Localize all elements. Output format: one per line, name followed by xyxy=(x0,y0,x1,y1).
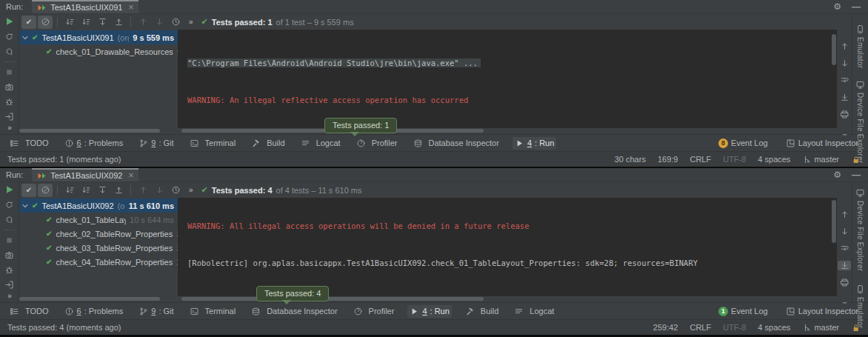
show-passed-toggle[interactable]: ✔ xyxy=(21,16,36,29)
test-tree-item[interactable]: ✔ check_01_TableLayout_Properties 10 s 6… xyxy=(19,213,178,227)
more-actions-icon[interactable]: » xyxy=(189,186,193,194)
profile-tests-icon[interactable] xyxy=(4,265,14,275)
toolwindow-build[interactable]: Build xyxy=(249,137,287,150)
test-tree-item[interactable]: ✔ check_03_TableRow_Properties 344 ms xyxy=(19,241,178,255)
sort-alphabetically-icon[interactable] xyxy=(62,16,77,29)
screenshot-icon[interactable] xyxy=(4,82,14,92)
expand-all-icon[interactable] xyxy=(95,16,110,29)
indent-setting[interactable]: 4 spaces xyxy=(758,155,790,164)
run-button[interactable] xyxy=(4,16,15,27)
soft-wrap-icon[interactable] xyxy=(838,76,851,85)
git-branch-widget[interactable]: master xyxy=(802,155,839,164)
console-horizontal-scrollbar[interactable] xyxy=(181,297,484,301)
scroll-to-end-icon[interactable] xyxy=(838,261,851,270)
import-tests-icon[interactable] xyxy=(4,280,14,290)
chevron-down-icon[interactable] xyxy=(22,35,28,41)
toolwindow-logcat[interactable]: Logcat xyxy=(512,305,556,318)
tool-stripe-emulator[interactable]: Emulator xyxy=(855,24,865,68)
sort-alphabetically-icon[interactable] xyxy=(62,184,77,197)
test-tree-root[interactable]: ✔ TestA1BasicUIX091 (org.aplas.basicap 9… xyxy=(19,30,178,44)
hide-window-icon[interactable]: — xyxy=(852,170,861,180)
console-vertical-scrollbar[interactable] xyxy=(832,200,836,243)
previous-failed-test-icon[interactable] xyxy=(136,184,150,197)
scroll-up-icon[interactable] xyxy=(838,210,851,219)
run-tab-testa1basicuix092[interactable]: TestA1BasicUIX092 × xyxy=(32,168,138,181)
layout-inspector-button[interactable]: Layout Inspector xyxy=(784,137,861,150)
close-tab-icon[interactable]: × xyxy=(128,172,133,179)
git-branch-widget[interactable]: master xyxy=(802,323,839,333)
caret-position[interactable]: 259:42 xyxy=(653,323,678,332)
layout-inspector-button[interactable]: Layout Inspector xyxy=(784,305,861,318)
toolwindow-terminal[interactable]: Terminal xyxy=(187,137,238,150)
more-tool-windows-icon[interactable]: » xyxy=(7,124,11,132)
scroll-up-icon[interactable] xyxy=(838,41,851,51)
previous-failed-test-icon[interactable] xyxy=(136,16,150,29)
indent-setting[interactable]: 4 spaces xyxy=(758,323,790,332)
hide-window-icon[interactable]: — xyxy=(852,1,861,12)
show-ignored-toggle[interactable] xyxy=(38,184,53,197)
close-tab-icon[interactable]: × xyxy=(128,4,133,11)
run-button[interactable] xyxy=(4,184,15,195)
tool-stripe-device-file-explorer[interactable]: Device File Explorer xyxy=(855,188,865,271)
scroll-to-end-icon[interactable] xyxy=(838,93,851,102)
print-icon[interactable] xyxy=(838,278,851,287)
import-tests-icon[interactable] xyxy=(4,112,14,121)
sort-by-duration-icon[interactable] xyxy=(79,184,93,197)
tree-horizontal-scrollbar[interactable] xyxy=(19,129,160,133)
console-vertical-scrollbar[interactable] xyxy=(832,34,836,65)
print-icon[interactable] xyxy=(838,110,851,119)
profile-tests-icon[interactable] xyxy=(4,97,14,107)
tool-stripe-device-file-explorer[interactable]: Device File Explorer xyxy=(855,80,865,163)
toolwindow-todo[interactable]: TODO xyxy=(7,305,51,318)
toolwindow-todo[interactable]: TODO xyxy=(7,137,51,150)
next-failed-test-icon[interactable] xyxy=(152,184,167,197)
more-actions-icon[interactable]: » xyxy=(189,18,193,26)
file-encoding[interactable]: UTF-8 xyxy=(723,323,746,332)
show-passed-toggle[interactable]: ✔ xyxy=(21,184,36,197)
lock-icon[interactable] xyxy=(851,155,861,164)
soft-wrap-icon[interactable] xyxy=(838,244,851,253)
toolwindow-logcat[interactable]: Logcat xyxy=(298,137,343,150)
rerun-tests-icon[interactable] xyxy=(4,200,14,210)
sort-by-duration-icon[interactable] xyxy=(79,16,93,29)
toolwindow-git[interactable]: 9: Git xyxy=(136,305,176,318)
test-tree-item[interactable]: ✔ check_04_TableRow_Properties 278 ms xyxy=(19,255,178,269)
test-history-icon[interactable] xyxy=(168,16,183,29)
next-failed-test-icon[interactable] xyxy=(152,16,167,29)
more-tool-windows-icon[interactable]: » xyxy=(7,292,11,300)
toolwindow-git[interactable]: 9: Git xyxy=(136,137,176,150)
test-tree-item[interactable]: ✔ check_01_Drawable_Resources 9 s 559 ms xyxy=(19,44,178,59)
toolwindow-database-inspector[interactable]: Database Inspector xyxy=(249,305,339,318)
file-encoding[interactable]: UTF-8 xyxy=(723,155,746,164)
lock-icon[interactable] xyxy=(851,323,861,333)
rerun-failed-tests-icon[interactable] xyxy=(4,47,14,56)
event-log-button[interactable]: 1Event Log xyxy=(716,305,770,318)
gear-icon[interactable]: ⚙ xyxy=(833,170,841,180)
toolwindow-run[interactable]: 4: Run xyxy=(513,137,556,150)
toolwindow-profiler[interactable]: Profiler xyxy=(351,305,397,318)
gear-icon[interactable]: ⚙ xyxy=(833,1,841,12)
collapse-all-icon[interactable] xyxy=(111,184,126,197)
toolwindow-database-inspector[interactable]: Database Inspector xyxy=(411,137,501,150)
scroll-down-icon[interactable] xyxy=(838,227,851,236)
stop-icon[interactable] xyxy=(4,67,14,77)
run-tab-testa1basicuix091[interactable]: TestA1BasicUIX091 × xyxy=(32,0,138,13)
event-log-button[interactable]: 8Event Log xyxy=(716,137,770,150)
tree-horizontal-scrollbar[interactable] xyxy=(19,297,160,301)
line-separator[interactable]: CRLF xyxy=(690,155,711,164)
rerun-tests-icon[interactable] xyxy=(4,32,14,41)
show-ignored-toggle[interactable] xyxy=(38,16,53,29)
line-separator[interactable]: CRLF xyxy=(690,323,711,332)
screenshot-icon[interactable] xyxy=(4,250,14,260)
toolwindow-profiler[interactable]: Profiler xyxy=(354,137,400,150)
toolwindow-problems[interactable]: 6: Problems xyxy=(62,137,126,150)
test-history-icon[interactable] xyxy=(168,184,183,197)
caret-position[interactable]: 169:9 xyxy=(658,155,678,164)
collapse-all-icon[interactable] xyxy=(111,16,126,29)
toolwindow-terminal[interactable]: Terminal xyxy=(187,305,238,318)
test-tree-item[interactable]: ✔ check_02_TableRow_Properties 344 ms xyxy=(19,227,178,241)
expand-all-icon[interactable] xyxy=(95,184,110,197)
test-tree-root[interactable]: ✔ TestA1BasicUIX092 (org.aplas.basica 11… xyxy=(19,198,178,213)
toolwindow-build[interactable]: Build xyxy=(463,305,501,318)
toolwindow-problems[interactable]: 6: Problems xyxy=(62,305,126,318)
